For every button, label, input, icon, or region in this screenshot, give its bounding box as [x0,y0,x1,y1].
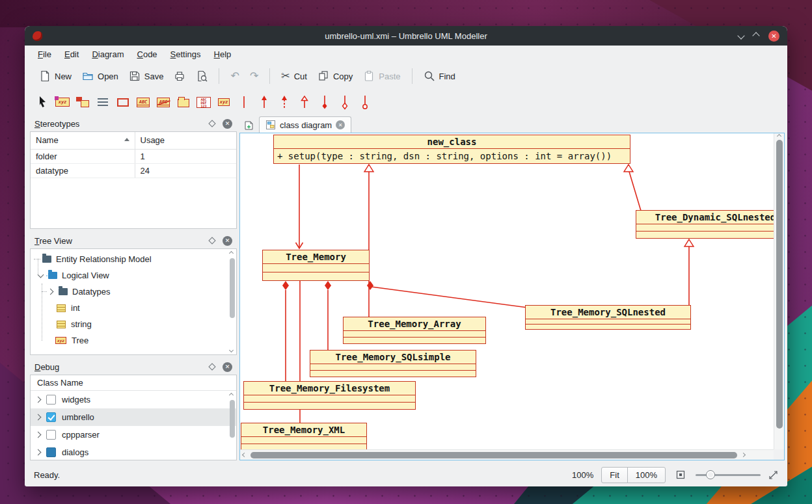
tool-composition-diamond[interactable] [318,94,332,111]
collapsed-chevron-icon[interactable] [35,449,42,456]
float-panel-icon[interactable] [208,363,215,370]
undo-button[interactable]: ↶ [225,68,244,85]
tool-object[interactable] [75,94,90,111]
new-diagram-button[interactable] [243,120,254,131]
debug-item-dialogs[interactable]: dialogs [31,444,236,460]
canvas-vscroll-thumb[interactable] [776,140,783,429]
menu-file[interactable]: File [31,47,58,61]
scroll-down-icon[interactable] [229,348,234,352]
uml-class-tree-memory-array[interactable]: Tree_Memory_Array [343,317,486,344]
column-header-name[interactable]: Name [31,132,135,149]
table-row[interactable]: folder 1 [31,149,236,163]
debug-scrollbar-thumb[interactable] [230,400,235,438]
minimize-button[interactable] [737,32,744,39]
menu-help[interactable]: Help [208,47,238,61]
expanded-chevron-icon[interactable] [38,271,44,278]
menu-code[interactable]: Code [131,47,164,61]
checkbox-checked[interactable] [46,412,56,422]
tool-box[interactable] [116,94,130,111]
cut-button[interactable]: ✂ Cut [276,68,312,85]
zoom-fit-page-button[interactable] [673,466,688,483]
tool-association-line[interactable] [237,94,251,111]
debug-item-widgets[interactable]: widgets [31,391,236,408]
uml-class-tree-memory-sqlnested[interactable]: Tree_Memory_SQLnested [525,305,691,330]
uml-class-tree-memory[interactable]: Tree_Memory [262,250,370,281]
tab-close-icon[interactable]: ✕ [336,120,345,129]
uml-class-tree-memory-filesystem[interactable]: Tree_Memory_Filesystem [243,381,416,410]
checkbox-unchecked[interactable] [46,430,56,440]
tool-note-lines[interactable] [96,94,110,111]
titlebar[interactable]: umbrello-uml.xmi – Umbrello UML Modeller… [25,26,787,46]
close-panel-icon[interactable]: ✕ [223,362,232,372]
float-panel-icon[interactable] [208,237,215,244]
tree-item-tree[interactable]: xyz Tree [31,332,236,349]
open-button[interactable]: Open [77,67,124,85]
redo-button[interactable]: ↷ [245,68,264,85]
tree-item-int[interactable]: int [31,300,236,316]
debug-header[interactable]: Debug ✕ [30,359,237,375]
collapsed-chevron-icon[interactable] [35,414,42,421]
column-header-usage[interactable]: Usage [135,132,236,149]
tool-aggregation-diamond[interactable] [338,94,352,111]
close-button[interactable]: ✕ [768,31,779,42]
zoom-slider-track[interactable] [696,474,761,476]
table-row[interactable]: datatype 24 [31,163,236,178]
uml-class-tree-memory-sqlsimple[interactable]: Tree_Memory_SQLsimple [310,350,476,377]
treeview-header[interactable]: Tree View ✕ [30,233,237,248]
tool-select-arrow[interactable] [35,94,49,111]
uml-class-new_class[interactable]: new_class + setup(type : string, dsn : s… [273,135,630,164]
menu-settings[interactable]: Settings [164,47,208,61]
fit-button[interactable]: Fit [601,467,627,483]
close-panel-icon[interactable]: ✕ [223,236,232,246]
debug-column-header[interactable]: Class Name [31,375,236,391]
tool-interface-abc[interactable]: ABC [156,94,170,111]
collapsed-chevron-icon[interactable] [47,289,54,295]
tool-anchor-circle[interactable] [358,94,372,111]
canvas-horizontal-scrollbar[interactable] [240,449,774,460]
tool-uniassociation-arrow[interactable] [257,94,271,111]
diagram-canvas[interactable]: new_class + setup(type : string, dsn : s… [240,133,774,449]
fullscreen-expand-icon[interactable] [768,470,778,480]
zoom-100-button[interactable]: 100% [627,467,666,483]
zoom-slider[interactable] [696,468,761,481]
scroll-right-icon[interactable] [741,453,746,457]
paste-button[interactable]: Paste [358,67,405,85]
checkbox-unchecked[interactable] [46,395,56,405]
checkbox-filled[interactable] [46,447,56,457]
canvas-vertical-scrollbar[interactable] [774,133,784,449]
tool-datatype-grid[interactable]: ABCDEF123 [196,94,211,111]
uml-class-tree-dynamic-sqlnested[interactable]: Tree_Dynamic_SQLnested [636,210,774,239]
copy-button[interactable]: Copy [312,67,358,85]
zoom-slider-knob[interactable] [706,470,715,479]
tool-dependency-dashed-arrow[interactable] [277,94,291,111]
tool-generalization-arrow[interactable] [297,94,312,111]
collapsed-chevron-icon[interactable] [35,432,42,438]
tool-text-xyz[interactable]: xyz [55,94,70,111]
tree-item-string[interactable]: string [31,316,236,332]
tool-enum-xyz[interactable]: xyz [217,94,231,111]
canvas-hscroll-thumb[interactable] [250,452,737,458]
menu-diagram[interactable]: Diagram [85,47,130,61]
collapsed-chevron-icon[interactable] [35,397,42,403]
close-panel-icon[interactable]: ✕ [223,119,232,129]
stereotypes-header[interactable]: Stereotypes ✕ [30,116,237,131]
find-button[interactable]: Find [418,67,461,85]
tree-item-datatypes[interactable]: Datatypes [31,284,236,300]
new-button[interactable]: New [34,67,77,85]
treeview-scrollbar-thumb[interactable] [230,258,235,318]
debug-item-umbrello[interactable]: umbrello [31,408,236,426]
scroll-up-icon[interactable] [777,134,781,139]
maximize-button[interactable] [752,32,759,39]
menu-edit[interactable]: Edit [58,47,85,61]
uml-class-tree-memory-xml[interactable]: Tree_Memory_XML [241,423,367,449]
tree-item-entity-relationship-model[interactable]: Entity Relationship Model [31,251,236,267]
print-button[interactable] [169,67,191,85]
save-button[interactable]: Save [124,67,169,85]
tool-package[interactable] [176,94,191,111]
scroll-left-icon[interactable] [242,453,247,457]
debug-item-cppparser[interactable]: cppparser [31,426,236,444]
tool-class-abc[interactable]: ABC [136,94,150,111]
print-preview-button[interactable] [191,67,213,85]
float-panel-icon[interactable] [208,120,215,127]
tree-item-logical-view[interactable]: Logical View [31,267,236,284]
